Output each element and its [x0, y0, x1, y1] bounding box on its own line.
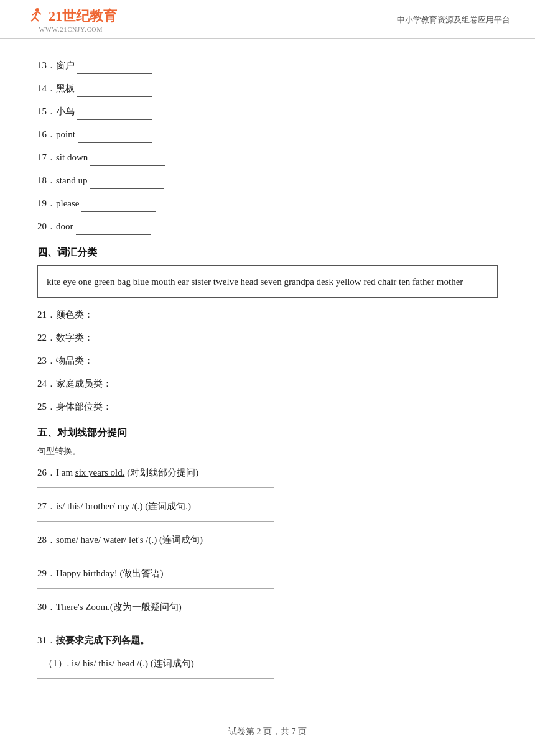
- word-box: kite eye one green bag blue mouth ear si…: [37, 265, 498, 298]
- answer-line-29: [37, 588, 274, 589]
- platform-name: 中小学教育资源及组卷应用平台: [397, 14, 510, 25]
- list-item: 15．小鸟: [37, 103, 498, 120]
- cat-num: 25．身体部位类：: [37, 402, 112, 412]
- answer-line-28: [37, 555, 274, 555]
- cat-num: 23．物品类：: [37, 356, 93, 366]
- list-item: 21．颜色类：: [37, 307, 498, 323]
- list-item: 18．stand up: [37, 172, 498, 189]
- logo-icon: [25, 6, 45, 26]
- logo-main-text: 21世纪教育: [49, 7, 117, 25]
- blank: [77, 73, 152, 74]
- list-item: 14．黑板: [37, 80, 498, 97]
- item-num: 13．窗户: [37, 60, 75, 70]
- cat-num: 22．数字类：: [37, 333, 93, 343]
- q26-underline: six years old.: [75, 468, 125, 477]
- items-list: 13．窗户 14．黑板 15．小鸟 16．point 17．sit down 1…: [37, 57, 498, 235]
- sub1-label: （1）. is/ his/ this/ head /(.) (连词成句): [44, 658, 194, 668]
- list-item: 22．数字类：: [37, 330, 498, 346]
- list-item: 16．point: [37, 126, 498, 143]
- cat-num: 24．家庭成员类：: [37, 379, 112, 389]
- blank: [77, 119, 152, 120]
- blank: [78, 142, 152, 143]
- item-num: 18．stand up: [37, 175, 87, 185]
- list-item: 13．窗户: [37, 57, 498, 74]
- blank: [77, 96, 152, 97]
- blank: [97, 323, 271, 323]
- question-27: 27．is/ this/ brother/ my /(.) (连词成句.): [37, 498, 498, 515]
- list-item: 20．door: [37, 218, 498, 235]
- section6-num: 31．: [37, 635, 56, 645]
- item-num: 19．please: [37, 198, 79, 208]
- item-num: 14．黑板: [37, 83, 75, 93]
- svg-point-0: [35, 8, 39, 12]
- logo-sub-text: WWW.21CNJY.COM: [39, 26, 103, 33]
- question-28: 28．some/ have/ water/ let's /(.) (连词成句): [37, 532, 498, 548]
- section4-categories: 21．颜色类： 22．数字类： 23．物品类： 24．家庭成员类： 25．身体部…: [37, 307, 498, 415]
- page-header: 21世纪教育 WWW.21CNJY.COM 中小学教育资源及组卷应用平台: [0, 0, 535, 39]
- q30-text: 30．There's Zoom.(改为一般疑问句): [37, 602, 182, 612]
- blank: [76, 234, 151, 235]
- item-num: 20．door: [37, 221, 73, 231]
- svg-line-3: [35, 17, 39, 21]
- footer-text: 试卷第 2 页，共 7 页: [228, 727, 307, 736]
- question-30: 30．There's Zoom.(改为一般疑问句): [37, 599, 498, 615]
- question-26: 26．I am six years old. (对划线部分提问): [37, 464, 498, 481]
- item-num: 16．point: [37, 129, 75, 139]
- page-content: 13．窗户 14．黑板 15．小鸟 16．point 17．sit down 1…: [0, 39, 535, 708]
- q29-text: 29．Happy birthday! (做出答语): [37, 568, 163, 578]
- answer-line-30: [37, 622, 274, 622]
- section6-sub1: （1）. is/ his/ this/ head /(.) (连词成句): [44, 655, 498, 672]
- blank: [116, 415, 290, 415]
- blank: [97, 369, 271, 369]
- logo: 21世纪教育 WWW.21CNJY.COM: [25, 6, 117, 33]
- blank: [90, 165, 165, 166]
- list-item: 25．身体部位类：: [37, 399, 498, 415]
- blank: [116, 392, 290, 392]
- section5-subtitle: 句型转换。: [37, 446, 498, 457]
- blank: [90, 188, 164, 189]
- answer-line-27: [37, 521, 274, 522]
- section6-title-row: 31．按要求完成下列各题。: [37, 632, 498, 649]
- list-item: 19．please: [37, 195, 498, 212]
- q27-text: 27．is/ this/ brother/ my /(.) (连词成句.): [37, 501, 191, 511]
- blank: [97, 346, 271, 346]
- section5-title: 五、对划线部分提问: [37, 426, 498, 440]
- item-num: 15．小鸟: [37, 106, 75, 116]
- q26-note: (对划线部分提问): [124, 468, 198, 477]
- q26-num: 26．I am: [37, 468, 75, 477]
- answer-line-26: [37, 487, 274, 488]
- list-item: 23．物品类：: [37, 353, 498, 369]
- section4-title: 四、词汇分类: [37, 246, 498, 259]
- answer-line-s6-1: [37, 678, 274, 679]
- cat-num: 21．颜色类：: [37, 310, 93, 320]
- item-num: 17．sit down: [37, 152, 88, 162]
- svg-line-2: [31, 17, 35, 21]
- blank: [81, 211, 156, 212]
- logo-text: 21世纪教育: [25, 6, 117, 26]
- question-29: 29．Happy birthday! (做出答语): [37, 565, 498, 582]
- list-item: 24．家庭成员类：: [37, 376, 498, 392]
- q28-text: 28．some/ have/ water/ let's /(.) (连词成句): [37, 535, 203, 545]
- list-item: 17．sit down: [37, 149, 498, 166]
- section6-title: 按要求完成下列各题。: [56, 635, 149, 645]
- page-footer: 试卷第 2 页，共 7 页: [0, 714, 535, 744]
- svg-line-5: [37, 12, 41, 14]
